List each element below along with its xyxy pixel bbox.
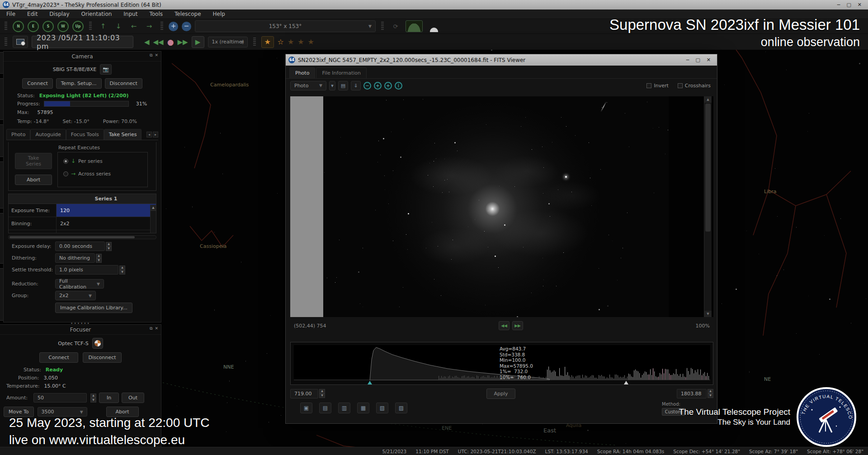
stretch-preset-icon[interactable]: ▤ (319, 403, 331, 413)
focuser-disconnect-button[interactable]: Disconnect (83, 352, 122, 363)
look-up-button[interactable]: Up (72, 21, 84, 32)
histogram-plot[interactable]: Avg=843.7 Std=338.8 Min=100.0 Max=57895.… (294, 345, 710, 380)
camera-connect-button[interactable]: Connect (22, 78, 52, 89)
tab-scroll-left-icon[interactable]: ◂ (146, 132, 152, 137)
crosshair-target-icon[interactable]: + (384, 82, 392, 90)
stretch-preset-icon[interactable]: ▣ (300, 403, 312, 413)
tab-photo[interactable]: Photo (6, 129, 30, 140)
minimize-icon[interactable]: ─ (686, 57, 689, 63)
tab-scroll-right-icon[interactable]: ▸ (153, 132, 158, 137)
series-header[interactable]: Series 1 (56, 194, 156, 204)
apply-button[interactable]: Apply (486, 389, 515, 399)
exposure-delay-field[interactable]: 0.00 seconds (55, 242, 105, 251)
spinner-icon[interactable]: ▲▼ (90, 393, 96, 403)
scroll-up-icon[interactable]: ▲ (704, 96, 712, 103)
look-south-button[interactable]: S (42, 21, 54, 32)
fits-tab-file-information[interactable]: File Information (316, 67, 367, 78)
settle-threshold-field[interactable]: 1.0 pixels (55, 265, 118, 275)
invert-checkbox[interactable] (646, 83, 651, 88)
datetime-field[interactable]: 2023 /05/21 11:10:03 pm (32, 36, 133, 48)
menu-edit[interactable]: Edit (27, 11, 38, 17)
fits-mode-select[interactable]: Photo ▼ (290, 81, 326, 90)
app-titlebar[interactable]: 64 VTgr_4may2023* - TheSky Professional … (0, 0, 868, 9)
bookmark-star-button[interactable]: ★ (261, 36, 274, 48)
star-tool-icon[interactable]: ★ (308, 38, 314, 46)
white-point-field[interactable]: 1803.88 (677, 389, 707, 398)
white-point-slider[interactable] (624, 381, 628, 384)
menu-input[interactable]: Input (123, 11, 137, 17)
group-select[interactable]: 2x2 ▼ (55, 291, 96, 300)
zoom-in-icon[interactable]: + (374, 82, 382, 90)
close-icon[interactable]: ✕ (707, 57, 711, 63)
stretch-preset-icon[interactable]: ▥ (338, 403, 350, 413)
time-rate-select[interactable]: 1x (realtime) ▼ (208, 37, 248, 47)
camera-panel-header[interactable]: Camera ⧉ ✕ (4, 52, 161, 62)
series-table[interactable]: Series 1 Exposure Time: 120 Binning: 2x2… (8, 194, 156, 233)
horizon-toggle-button[interactable] (406, 20, 423, 32)
abort-series-button[interactable]: Abort (15, 175, 52, 185)
reduction-select[interactable]: Full Calibration ▼ (55, 279, 104, 289)
maximize-icon[interactable]: ▢ (695, 57, 700, 63)
field-of-view-select[interactable]: 153° x 153° ▼ (195, 20, 376, 32)
image-calibration-library-button[interactable]: Image Calibration Library... (55, 303, 132, 313)
star-outline-icon[interactable]: ☆ (278, 38, 284, 46)
focuser-panel-header[interactable]: Focuser ⧉ ✕ (0, 325, 161, 335)
focuser-move-value-select[interactable]: 3500 ▼ (38, 407, 87, 417)
toolbar-grip[interactable] (5, 22, 7, 31)
fast-forward-icon[interactable]: ▶▶ (177, 38, 188, 46)
refresh-icon[interactable]: ⟳ (389, 20, 402, 32)
open-image-icon[interactable]: ▤ (338, 81, 348, 90)
camera-disconnect-button[interactable]: Disconnect (105, 78, 142, 89)
look-north-button[interactable]: N (13, 21, 24, 32)
frame-cell[interactable]: Light (56, 230, 156, 233)
menu-tools[interactable]: Tools (149, 11, 163, 17)
minimize-icon[interactable]: ─ (837, 2, 840, 8)
zoom-out-icon[interactable]: − (363, 82, 371, 90)
tab-autoguide[interactable]: Autoguide (30, 129, 66, 140)
stretch-preset-icon[interactable]: ▨ (395, 403, 407, 413)
menu-help[interactable]: Help (213, 11, 225, 17)
scrollbar-thumb[interactable] (705, 104, 711, 232)
menu-orientation[interactable]: Orientation (81, 11, 112, 17)
black-point-field[interactable]: 719.00 (290, 389, 318, 398)
per-series-radio[interactable] (63, 159, 68, 164)
galaxy-image-m101[interactable] (323, 96, 669, 317)
focuser-connect-button[interactable]: Connect (39, 352, 78, 363)
stretch-preset-icon[interactable]: ▧ (376, 403, 388, 413)
menu-file[interactable]: File (6, 11, 15, 17)
focuser-amount-field[interactable]: 50 (33, 393, 87, 403)
toolbar-grip[interactable] (160, 22, 163, 31)
spinner-icon[interactable]: ▲▼ (319, 389, 325, 398)
save-image-icon[interactable]: ⇓ (351, 81, 361, 90)
step-back-icon[interactable]: ◀ (144, 38, 150, 46)
spinner-icon[interactable]: ▲▼ (708, 389, 713, 398)
zoom-in-icon[interactable]: + (169, 22, 178, 31)
fits-tab-photo[interactable]: Photo (289, 67, 315, 78)
rewind-icon[interactable]: ◀◀ (153, 38, 164, 46)
popout-icon[interactable]: ⧉ (150, 53, 152, 58)
split-dropdown-icon[interactable]: ▾ (329, 81, 335, 90)
pan-left-icon[interactable]: ← (128, 22, 140, 30)
black-point-slider[interactable] (368, 381, 372, 384)
spinner-icon[interactable]: ▲▼ (96, 254, 102, 263)
pan-up-icon[interactable]: ↑ (97, 22, 109, 30)
tab-take-series[interactable]: Take Series (104, 129, 142, 140)
camera-settings-icon[interactable]: 📷 (100, 64, 112, 75)
menu-display[interactable]: Display (49, 11, 69, 17)
close-icon[interactable]: ✕ (155, 53, 158, 58)
focuser-in-button[interactable]: In (99, 393, 119, 403)
info-icon[interactable]: i (395, 82, 402, 90)
binning-cell[interactable]: 2x2 (56, 217, 156, 230)
series-horizontal-scrollbar[interactable] (8, 235, 156, 239)
series-table-scrollbar[interactable] (150, 205, 156, 233)
computer-clock-icon[interactable] (13, 36, 28, 48)
focuser-settings-icon[interactable] (92, 338, 103, 349)
previous-image-button[interactable]: ◀◀ (499, 321, 509, 330)
toolbar-grip[interactable] (89, 22, 92, 31)
dithering-field[interactable]: No dithering (55, 253, 95, 263)
popout-icon[interactable]: ⧉ (150, 326, 152, 331)
take-series-button[interactable]: Take Series (15, 153, 52, 169)
look-west-button[interactable]: W (57, 21, 69, 32)
focuser-out-button[interactable]: Out (122, 393, 144, 403)
look-east-button[interactable]: E (28, 21, 39, 32)
